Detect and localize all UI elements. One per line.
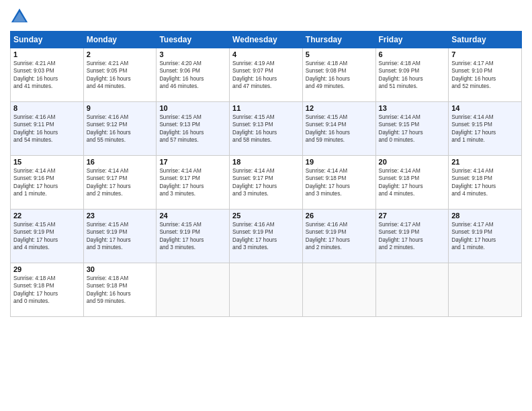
cell-text: Sunrise: 4:18 AM Sunset: 9:09 PM Dayligh… [379, 60, 446, 91]
calendar-cell: 25Sunrise: 4:16 AM Sunset: 9:19 PM Dayli… [230, 210, 303, 263]
day-number: 12 [306, 104, 373, 112]
cell-text: Sunrise: 4:14 AM Sunset: 9:18 PM Dayligh… [306, 167, 373, 198]
day-number: 15 [13, 158, 81, 166]
cell-text: Sunrise: 4:18 AM Sunset: 9:18 PM Dayligh… [13, 275, 81, 306]
cell-text: Sunrise: 4:16 AM Sunset: 9:12 PM Dayligh… [87, 113, 154, 144]
cell-text: Sunrise: 4:15 AM Sunset: 9:13 PM Dayligh… [232, 113, 300, 144]
day-number: 29 [13, 265, 81, 273]
cell-text: Sunrise: 4:18 AM Sunset: 9:18 PM Dayligh… [87, 275, 154, 306]
calendar-cell: 14Sunrise: 4:14 AM Sunset: 9:15 PM Dayli… [449, 102, 522, 156]
day-number: 14 [451, 104, 519, 112]
calendar-cell: 26Sunrise: 4:16 AM Sunset: 9:19 PM Dayli… [302, 210, 375, 263]
weekday-header-saturday: Saturday [449, 32, 522, 48]
day-number: 10 [159, 104, 226, 112]
calendar-cell: 18Sunrise: 4:14 AM Sunset: 9:17 PM Dayli… [230, 156, 303, 210]
week-row-0: 1Sunrise: 4:21 AM Sunset: 9:03 PM Daylig… [11, 48, 522, 102]
calendar-cell [302, 263, 375, 317]
calendar-cell: 24Sunrise: 4:15 AM Sunset: 9:19 PM Dayli… [157, 210, 230, 263]
calendar-cell: 7Sunrise: 4:17 AM Sunset: 9:10 PM Daylig… [449, 48, 522, 102]
day-number: 26 [306, 212, 373, 220]
day-number: 9 [87, 104, 154, 112]
day-number: 2 [87, 50, 154, 58]
calendar-cell: 22Sunrise: 4:15 AM Sunset: 9:19 PM Dayli… [11, 210, 84, 263]
day-number: 3 [159, 50, 226, 58]
calendar-cell [375, 263, 449, 317]
weekday-header-sunday: Sunday [11, 32, 84, 48]
weekday-header-monday: Monday [83, 32, 157, 48]
day-number: 19 [306, 158, 373, 166]
cell-text: Sunrise: 4:14 AM Sunset: 9:17 PM Dayligh… [232, 167, 300, 198]
cell-text: Sunrise: 4:14 AM Sunset: 9:15 PM Dayligh… [379, 113, 446, 144]
header [10, 7, 522, 26]
logo [10, 7, 32, 26]
cell-text: Sunrise: 4:16 AM Sunset: 9:11 PM Dayligh… [13, 113, 81, 144]
weekday-header-friday: Friday [375, 32, 449, 48]
cell-text: Sunrise: 4:19 AM Sunset: 9:07 PM Dayligh… [232, 60, 300, 91]
cell-text: Sunrise: 4:15 AM Sunset: 9:19 PM Dayligh… [159, 221, 226, 252]
day-number: 7 [451, 50, 519, 58]
day-number: 6 [379, 50, 446, 58]
cell-text: Sunrise: 4:15 AM Sunset: 9:19 PM Dayligh… [87, 221, 154, 252]
day-number: 4 [232, 50, 300, 58]
cell-text: Sunrise: 4:16 AM Sunset: 9:19 PM Dayligh… [232, 221, 300, 252]
day-number: 1 [13, 50, 81, 58]
calendar-cell: 23Sunrise: 4:15 AM Sunset: 9:19 PM Dayli… [83, 210, 157, 263]
week-row-2: 15Sunrise: 4:14 AM Sunset: 9:16 PM Dayli… [11, 156, 522, 210]
calendar-cell: 19Sunrise: 4:14 AM Sunset: 9:18 PM Dayli… [302, 156, 375, 210]
day-number: 17 [159, 158, 226, 166]
calendar-cell [157, 263, 230, 317]
week-row-1: 8Sunrise: 4:16 AM Sunset: 9:11 PM Daylig… [11, 102, 522, 156]
weekday-header-thursday: Thursday [302, 32, 375, 48]
week-row-4: 29Sunrise: 4:18 AM Sunset: 9:18 PM Dayli… [11, 263, 522, 317]
calendar-cell: 1Sunrise: 4:21 AM Sunset: 9:03 PM Daylig… [11, 48, 84, 102]
weekday-header-tuesday: Tuesday [157, 32, 230, 48]
day-number: 13 [379, 104, 446, 112]
cell-text: Sunrise: 4:18 AM Sunset: 9:08 PM Dayligh… [306, 60, 373, 91]
cell-text: Sunrise: 4:14 AM Sunset: 9:16 PM Dayligh… [13, 167, 81, 198]
calendar-cell: 27Sunrise: 4:17 AM Sunset: 9:19 PM Dayli… [375, 210, 449, 263]
calendar-cell [449, 263, 522, 317]
cell-text: Sunrise: 4:21 AM Sunset: 9:03 PM Dayligh… [13, 60, 81, 91]
calendar-cell: 17Sunrise: 4:14 AM Sunset: 9:17 PM Dayli… [157, 156, 230, 210]
day-number: 18 [232, 158, 300, 166]
calendar-cell: 16Sunrise: 4:14 AM Sunset: 9:17 PM Dayli… [83, 156, 157, 210]
cell-text: Sunrise: 4:14 AM Sunset: 9:17 PM Dayligh… [159, 167, 226, 198]
calendar-cell: 29Sunrise: 4:18 AM Sunset: 9:18 PM Dayli… [11, 263, 84, 317]
calendar-cell: 2Sunrise: 4:21 AM Sunset: 9:05 PM Daylig… [83, 48, 157, 102]
cell-text: Sunrise: 4:20 AM Sunset: 9:06 PM Dayligh… [159, 60, 226, 91]
calendar-table: SundayMondayTuesdayWednesdayThursdayFrid… [10, 31, 522, 317]
cell-text: Sunrise: 4:14 AM Sunset: 9:18 PM Dayligh… [379, 167, 446, 198]
day-number: 5 [306, 50, 373, 58]
calendar-cell: 12Sunrise: 4:15 AM Sunset: 9:14 PM Dayli… [302, 102, 375, 156]
calendar-cell: 11Sunrise: 4:15 AM Sunset: 9:13 PM Dayli… [230, 102, 303, 156]
calendar-cell: 9Sunrise: 4:16 AM Sunset: 9:12 PM Daylig… [83, 102, 157, 156]
weekday-header-row: SundayMondayTuesdayWednesdayThursdayFrid… [11, 32, 522, 48]
day-number: 27 [379, 212, 446, 220]
logo-icon [10, 7, 29, 26]
calendar-cell: 8Sunrise: 4:16 AM Sunset: 9:11 PM Daylig… [11, 102, 84, 156]
day-number: 11 [232, 104, 300, 112]
cell-text: Sunrise: 4:17 AM Sunset: 9:19 PM Dayligh… [451, 221, 519, 252]
calendar-cell: 20Sunrise: 4:14 AM Sunset: 9:18 PM Dayli… [375, 156, 449, 210]
cell-text: Sunrise: 4:14 AM Sunset: 9:17 PM Dayligh… [87, 167, 154, 198]
day-number: 28 [451, 212, 519, 220]
week-row-3: 22Sunrise: 4:15 AM Sunset: 9:19 PM Dayli… [11, 210, 522, 263]
day-number: 25 [232, 212, 300, 220]
cell-text: Sunrise: 4:16 AM Sunset: 9:19 PM Dayligh… [306, 221, 373, 252]
calendar-cell: 13Sunrise: 4:14 AM Sunset: 9:15 PM Dayli… [375, 102, 449, 156]
page: SundayMondayTuesdayWednesdayThursdayFrid… [0, 0, 532, 411]
calendar-cell: 28Sunrise: 4:17 AM Sunset: 9:19 PM Dayli… [449, 210, 522, 263]
calendar-cell [230, 263, 303, 317]
day-number: 8 [13, 104, 81, 112]
cell-text: Sunrise: 4:14 AM Sunset: 9:15 PM Dayligh… [451, 113, 519, 144]
day-number: 22 [13, 212, 81, 220]
cell-text: Sunrise: 4:17 AM Sunset: 9:10 PM Dayligh… [451, 60, 519, 91]
day-number: 21 [451, 158, 519, 166]
cell-text: Sunrise: 4:15 AM Sunset: 9:14 PM Dayligh… [306, 113, 373, 144]
cell-text: Sunrise: 4:17 AM Sunset: 9:19 PM Dayligh… [379, 221, 446, 252]
calendar-cell: 4Sunrise: 4:19 AM Sunset: 9:07 PM Daylig… [230, 48, 303, 102]
calendar-cell: 15Sunrise: 4:14 AM Sunset: 9:16 PM Dayli… [11, 156, 84, 210]
calendar-cell: 10Sunrise: 4:15 AM Sunset: 9:13 PM Dayli… [157, 102, 230, 156]
calendar-cell: 6Sunrise: 4:18 AM Sunset: 9:09 PM Daylig… [375, 48, 449, 102]
calendar-cell: 21Sunrise: 4:14 AM Sunset: 9:18 PM Dayli… [449, 156, 522, 210]
